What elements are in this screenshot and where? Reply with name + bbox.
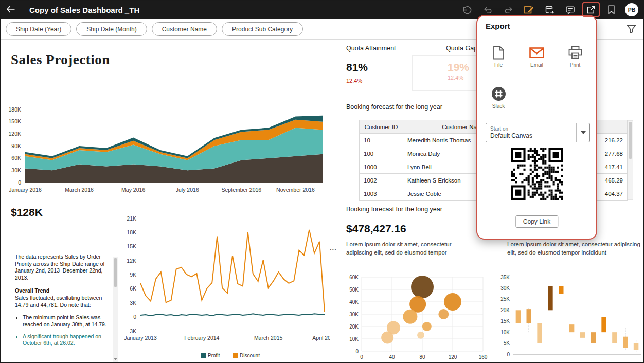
sales-area-chart[interactable]: 030K60K90K120K150K180KJanuary 2016March … bbox=[1, 101, 329, 197]
svg-text:20K: 20K bbox=[349, 324, 359, 330]
narrative-tile: The data represents Sales by Order Prior… bbox=[15, 253, 118, 363]
export-slack-button[interactable]: Slack bbox=[484, 86, 513, 109]
svg-text:Profit: Profit bbox=[208, 353, 220, 358]
bookmark-icon[interactable] bbox=[604, 3, 618, 16]
quota-attainment-delta: 12.4% bbox=[346, 78, 362, 84]
table-header-hidden-3[interactable] bbox=[596, 120, 628, 134]
svg-text:March 2015: March 2015 bbox=[254, 335, 283, 341]
file-icon bbox=[493, 45, 505, 60]
booking-summary-value: $478,427.16 bbox=[346, 223, 406, 235]
back-button[interactable] bbox=[1, 1, 21, 19]
start-on-dropdown[interactable]: Start on Default Canvas bbox=[486, 123, 590, 142]
svg-text:0: 0 bbox=[507, 352, 510, 357]
avatar[interactable]: PB bbox=[625, 3, 638, 16]
narrative-intro: The data represents Sales by Order Prior… bbox=[15, 253, 110, 282]
table-header-customer-id[interactable]: Customer ID bbox=[360, 120, 403, 134]
svg-text:40K: 40K bbox=[349, 299, 359, 305]
svg-text:18K: 18K bbox=[127, 229, 136, 235]
copy-link-button[interactable]: Copy Link bbox=[515, 215, 558, 228]
qr-code bbox=[511, 148, 563, 200]
svg-text:January 2016: January 2016 bbox=[9, 187, 42, 193]
profit-discount-line-chart[interactable]: -3K03K6K9K12K15K18K21KJanuary 2013Februa… bbox=[119, 209, 330, 363]
narrative-scrollbar[interactable] bbox=[113, 257, 118, 363]
export-print-label: Print bbox=[570, 62, 581, 68]
chevron-down-icon[interactable] bbox=[576, 123, 589, 142]
export-email-button[interactable]: Email bbox=[522, 45, 552, 68]
svg-text:May 2016: May 2016 bbox=[121, 187, 145, 193]
svg-text:5K: 5K bbox=[504, 340, 510, 346]
cell-value: 404.37 bbox=[596, 187, 628, 201]
svg-text:0: 0 bbox=[18, 179, 21, 186]
svg-text:0: 0 bbox=[133, 314, 136, 320]
cell-customer-id: 1003 bbox=[360, 187, 403, 201]
svg-text:Discount: Discount bbox=[240, 353, 260, 358]
back-arrow-icon bbox=[6, 6, 15, 14]
scroll-down-arrow-icon[interactable] bbox=[114, 355, 117, 362]
sales-kpi-value: $128K bbox=[11, 206, 43, 219]
cell-value: 465.29 bbox=[596, 174, 628, 187]
export-print-button[interactable]: Print bbox=[560, 45, 590, 68]
filter-pill-ship-date-month-[interactable]: Ship Date (Month) bbox=[76, 22, 147, 36]
right-tile-description: Lorem ipsum dolor sit amet, consectetur … bbox=[507, 240, 644, 257]
svg-text:120: 120 bbox=[449, 354, 457, 360]
filter-funnel-icon[interactable] bbox=[627, 25, 636, 33]
dropdown-label: Start on bbox=[490, 126, 572, 132]
scrollbar-thumb[interactable] bbox=[629, 122, 632, 159]
bubble-chart[interactable]: 010K20K30K40K50K60K04080120160 bbox=[343, 270, 488, 360]
narrative-bullet-list: The minimum point in Sales was reached o… bbox=[23, 314, 110, 347]
cell-value: 277.68 bbox=[596, 147, 628, 160]
booking-summary-description: Lorem ipsum dolor sit amet, consectetur … bbox=[346, 240, 472, 257]
svg-text:60K: 60K bbox=[349, 275, 359, 280]
export-popup-title: Export bbox=[486, 22, 510, 30]
table-scrollbar[interactable] bbox=[628, 120, 633, 200]
svg-text:March 2016: March 2016 bbox=[65, 187, 94, 193]
export-file-label: File bbox=[494, 62, 503, 68]
export-slack-label: Slack bbox=[492, 103, 505, 109]
svg-text:January 2013: January 2013 bbox=[124, 335, 157, 341]
svg-text:160: 160 bbox=[479, 354, 488, 360]
export-options-row: File Email Print bbox=[484, 45, 590, 68]
narrative-text: The data represents Sales by Order Prior… bbox=[15, 253, 118, 347]
svg-text:30K: 30K bbox=[349, 312, 359, 317]
waterfall-chart[interactable]: 05K10K15K20K25K30K35K bbox=[493, 270, 644, 360]
booking-table-title: Booking forecast for the long year bbox=[346, 103, 442, 111]
email-icon bbox=[529, 45, 544, 60]
quota-attainment-value: 81% bbox=[346, 61, 368, 74]
app-window: Copy of Sales Dashboard _TH PB Ship Date… bbox=[0, 0, 644, 363]
svg-text:6K: 6K bbox=[130, 285, 136, 292]
scrollbar-thumb[interactable] bbox=[114, 258, 117, 287]
narrative-bullet: The minimum point in Sales was reached o… bbox=[23, 314, 110, 328]
cell-customer-id: 10 bbox=[360, 134, 403, 147]
svg-text:-3K: -3K bbox=[128, 328, 136, 334]
svg-text:0: 0 bbox=[360, 354, 363, 360]
export-options-row-2: Slack bbox=[484, 86, 513, 109]
svg-text:90K: 90K bbox=[11, 143, 21, 149]
svg-text:30K: 30K bbox=[11, 167, 21, 173]
history-icon[interactable] bbox=[460, 3, 474, 16]
dropdown-selected-value: Default Canvas bbox=[490, 132, 572, 139]
cell-customer-id: 1000 bbox=[360, 160, 403, 174]
svg-text:3K: 3K bbox=[130, 300, 136, 306]
export-file-button[interactable]: File bbox=[484, 45, 513, 68]
cell-customer-id: 1002 bbox=[360, 174, 403, 187]
filter-pill-product-sub-category[interactable]: Product Sub Category bbox=[222, 22, 303, 36]
svg-text:November 2016: November 2016 bbox=[276, 187, 315, 193]
filter-pills: Ship Date (Year)Ship Date (Month)Custome… bbox=[6, 22, 303, 36]
cell-customer-id: 100 bbox=[360, 147, 403, 160]
svg-text:12K: 12K bbox=[127, 258, 136, 264]
tile-menu-ellipsis[interactable]: ... bbox=[330, 244, 337, 252]
svg-text:0: 0 bbox=[355, 349, 359, 354]
print-icon bbox=[568, 45, 582, 60]
filter-pill-customer-name[interactable]: Customer Name bbox=[152, 22, 217, 36]
svg-text:April 2016: April 2016 bbox=[312, 335, 330, 341]
cell-value: 417.41 bbox=[596, 160, 628, 174]
svg-text:September 2016: September 2016 bbox=[222, 187, 262, 193]
svg-text:150K: 150K bbox=[8, 118, 21, 124]
svg-text:35K: 35K bbox=[500, 275, 510, 280]
narrative-heading: Overall Trend bbox=[15, 287, 110, 295]
filter-pill-ship-date-year-[interactable]: Ship Date (Year) bbox=[6, 22, 71, 36]
export-email-label: Email bbox=[530, 62, 543, 68]
svg-text:9K: 9K bbox=[130, 271, 136, 278]
svg-text:20K: 20K bbox=[500, 307, 510, 313]
svg-text:February 2014: February 2014 bbox=[184, 335, 219, 341]
